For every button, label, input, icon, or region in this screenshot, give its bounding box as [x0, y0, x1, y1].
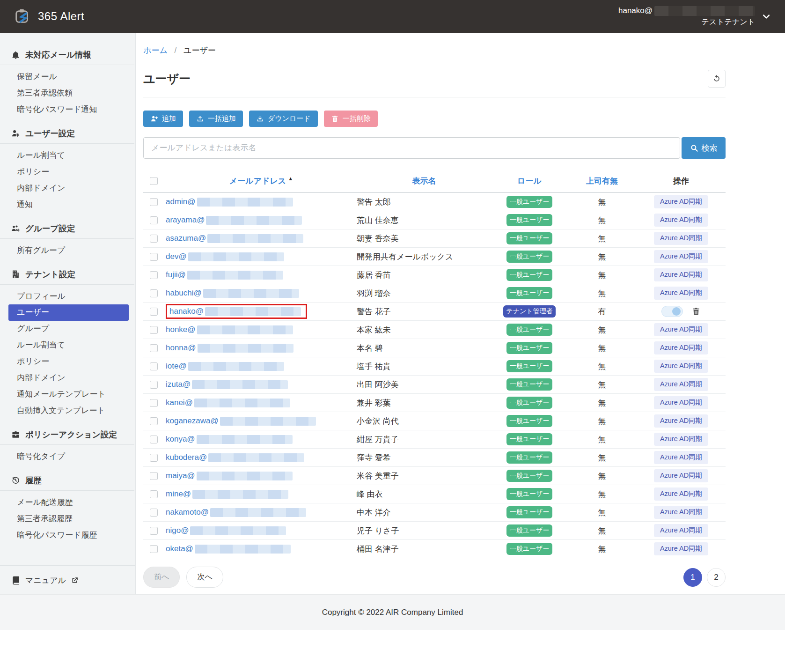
sidebar-item[interactable]: 所有グループ	[0, 243, 135, 259]
row-checkbox[interactable]	[150, 399, 158, 407]
sidebar-item-manual[interactable]: マニュアル	[0, 565, 135, 594]
add-user-button[interactable]: 追加	[143, 111, 183, 127]
search-input[interactable]	[143, 137, 680, 159]
row-checkbox[interactable]	[150, 417, 158, 425]
row-checkbox[interactable]	[150, 527, 158, 535]
redacted-email-domain	[192, 380, 288, 389]
user-email-link[interactable]: honke@	[166, 325, 293, 334]
sidebar-item[interactable]: メール配送履歴	[0, 495, 135, 511]
user-email-link[interactable]: kubodera@	[166, 453, 304, 462]
table-row: mine@峰 由衣一般ユーザー無Azure AD同期	[143, 485, 726, 503]
row-checkbox[interactable]	[150, 271, 158, 279]
pagination: 前へ 次へ 12	[143, 567, 726, 588]
user-email-link[interactable]: kanei@	[166, 398, 290, 407]
pagination-page-button[interactable]: 1	[683, 568, 702, 587]
role-badge: 一般ユーザー	[506, 251, 552, 262]
bulk-add-button[interactable]: 一括追加	[189, 111, 243, 127]
sidebar-item[interactable]: 保留メール	[0, 69, 135, 85]
sidebar-item[interactable]: 内部ドメイン	[0, 180, 135, 197]
row-checkbox[interactable]	[150, 235, 158, 243]
user-email-link[interactable]: dev@	[166, 252, 284, 261]
user-email-link[interactable]: admin@	[166, 197, 293, 207]
display-name: 羽渕 瑠奈	[357, 288, 492, 299]
row-checkbox[interactable]	[150, 454, 158, 462]
role-badge: 一般ユーザー	[506, 524, 552, 536]
role-badge: 一般ユーザー	[506, 287, 552, 299]
user-email-link[interactable]: habuchi@	[166, 288, 299, 298]
row-checkbox[interactable]	[150, 545, 158, 553]
table-row: honna@本名 碧一般ユーザー無Azure AD同期	[143, 339, 726, 357]
app-logo[interactable]: 365 Alert	[14, 7, 84, 25]
sidebar-item[interactable]: ポリシー	[0, 354, 135, 370]
sidebar-section: テナント設定プロフィールユーザーグループルール割当てポリシー内部ドメイン通知メー…	[0, 265, 135, 425]
delete-user-button[interactable]	[691, 307, 701, 316]
row-checkbox[interactable]	[150, 198, 158, 206]
manual-label: マニュアル	[25, 575, 66, 586]
sidebar-item[interactable]: 通知	[0, 197, 135, 213]
user-email-link[interactable]: fujii@	[166, 270, 283, 280]
sidebar-item[interactable]: 暗号化タイプ	[0, 449, 135, 465]
pagination-prev-button[interactable]: 前へ	[143, 567, 180, 588]
row-checkbox[interactable]	[150, 509, 158, 517]
supervisor-flag: 有	[567, 306, 637, 317]
user-email-link[interactable]: arayama@	[166, 215, 302, 225]
display-name: 本名 碧	[357, 343, 492, 354]
row-checkbox[interactable]	[150, 216, 158, 224]
sidebar-item[interactable]: 自動挿入文テンプレート	[0, 403, 135, 419]
row-checkbox[interactable]	[150, 381, 158, 389]
user-email-link[interactable]: maiya@	[166, 471, 293, 480]
column-header-email[interactable]: メールアドレス▲	[164, 176, 357, 186]
user-email-link[interactable]: izuta@	[166, 380, 288, 389]
enable-toggle[interactable]	[661, 306, 683, 317]
user-email-link[interactable]: mine@	[166, 489, 288, 499]
row-checkbox[interactable]	[150, 362, 158, 370]
column-header-display-name[interactable]: 表示名	[357, 176, 492, 186]
sidebar-item[interactable]: 第三者承認依頼	[0, 85, 135, 102]
sidebar-item[interactable]: グループ	[0, 321, 135, 337]
user-email-link[interactable]: oketa@	[166, 544, 291, 554]
row-checkbox[interactable]	[150, 253, 158, 261]
sidebar-item[interactable]: ユーザー	[8, 304, 129, 321]
supervisor-flag: 無	[567, 398, 637, 408]
supervisor-flag: 無	[567, 434, 637, 445]
column-header-supervisor[interactable]: 上司有無	[567, 176, 637, 186]
user-email-link[interactable]: hanako@	[169, 307, 301, 316]
user-email-link[interactable]: nigo@	[166, 526, 286, 535]
azure-ad-sync-badge: Azure AD同期	[654, 451, 708, 464]
row-checkbox[interactable]	[150, 490, 158, 498]
user-email-link[interactable]: honna@	[166, 343, 293, 353]
sidebar-item[interactable]: 内部ドメイン	[0, 370, 135, 386]
breadcrumb-home-link[interactable]: ホーム	[143, 46, 168, 55]
account-menu[interactable]: hanako@ テストテナント	[618, 6, 771, 27]
download-button[interactable]: ダウンロード	[249, 111, 318, 127]
bulk-delete-button[interactable]: 一括削除	[324, 111, 378, 127]
sidebar-item[interactable]: プロフィール	[0, 288, 135, 305]
sidebar-item[interactable]: 第三者承認履歴	[0, 511, 135, 527]
row-checkbox[interactable]	[150, 472, 158, 480]
sidebar-item[interactable]: 暗号化パスワード通知	[0, 102, 135, 118]
sidebar-item[interactable]: 通知メールテンプレート	[0, 386, 135, 403]
sidebar-item[interactable]: ルール割当て	[0, 148, 135, 164]
sidebar-item[interactable]: 暗号化パスワード履歴	[0, 527, 135, 544]
search-button[interactable]: 検索	[682, 137, 726, 159]
row-checkbox[interactable]	[150, 344, 158, 352]
select-all-checkbox[interactable]	[150, 177, 158, 185]
refresh-button[interactable]	[708, 70, 726, 88]
row-checkbox[interactable]	[150, 308, 158, 316]
row-checkbox[interactable]	[150, 326, 158, 334]
user-email-link[interactable]: koganezawa@	[166, 416, 316, 426]
row-checkbox[interactable]	[150, 289, 158, 297]
role-badge: 一般ユーザー	[506, 342, 552, 354]
pagination-page-button[interactable]: 2	[707, 568, 726, 587]
column-header-role[interactable]: ロール	[492, 176, 567, 186]
sidebar-item[interactable]: ルール割当て	[0, 337, 135, 354]
user-email-link[interactable]: iote@	[166, 362, 284, 371]
user-email-link[interactable]: asazuma@	[166, 234, 303, 243]
azure-ad-sync-badge: Azure AD同期	[654, 414, 708, 428]
user-email-link[interactable]: konya@	[166, 435, 293, 444]
user-email-link[interactable]: nakamoto@	[166, 508, 306, 517]
azure-ad-sync-badge: Azure AD同期	[654, 524, 708, 537]
pagination-next-button[interactable]: 次へ	[186, 567, 223, 588]
row-checkbox[interactable]	[150, 436, 158, 443]
sidebar-item[interactable]: ポリシー	[0, 164, 135, 180]
